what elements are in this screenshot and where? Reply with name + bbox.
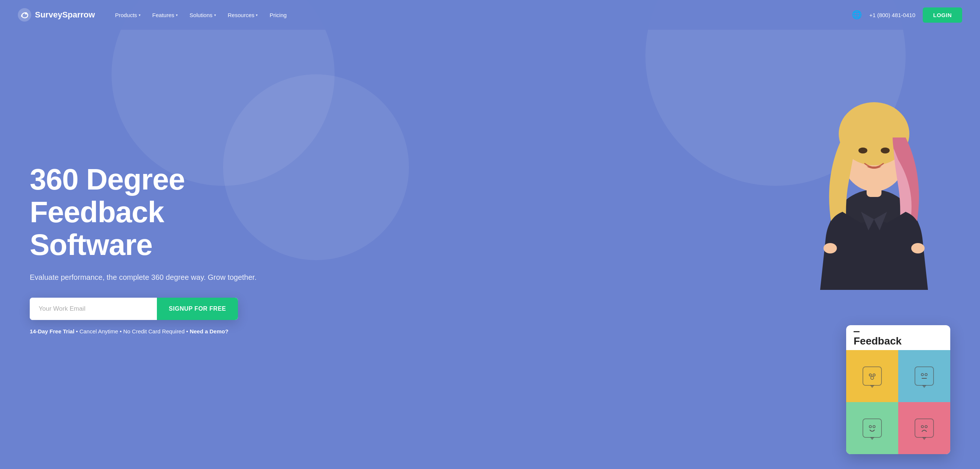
svg-point-14	[925, 374, 927, 376]
feedback-card-title: Feedback	[854, 335, 943, 347]
brand-name: SurveySparrow	[35, 10, 95, 20]
hero-subtitle: Evaluate performance, the complete 360 d…	[30, 272, 290, 283]
nav-links: Products ▾ Features ▾ Solutions ▾ Resour…	[110, 9, 852, 21]
svg-point-19	[925, 426, 927, 428]
feedback-card-header: Feedback	[846, 325, 950, 350]
feedback-cell-sad	[898, 402, 950, 454]
email-input[interactable]	[30, 298, 157, 320]
svg-point-1	[25, 12, 27, 14]
svg-point-12	[871, 377, 874, 380]
nav-products[interactable]: Products ▾	[110, 9, 145, 21]
feedback-dash	[854, 331, 859, 332]
feedback-cell-happy	[846, 402, 898, 454]
surprised-bubble	[862, 366, 882, 386]
svg-point-7	[881, 148, 890, 154]
person-image	[791, 30, 958, 290]
neutral-bubble	[915, 366, 934, 386]
chevron-down-icon: ▾	[176, 13, 178, 17]
demo-link[interactable]: Need a Demo?	[189, 328, 228, 334]
trial-text: 14-Day Free Trial	[30, 328, 74, 334]
nav-pricing[interactable]: Pricing	[264, 9, 292, 21]
nav-solutions[interactable]: Solutions ▾	[185, 9, 221, 21]
happy-bubble	[862, 418, 882, 438]
hero-disclaimer: 14-Day Free Trial • Cancel Anytime • No …	[30, 328, 290, 336]
chevron-down-icon: ▾	[256, 13, 258, 17]
hero-visual: Feedback	[490, 30, 980, 469]
svg-point-6	[858, 148, 867, 154]
signup-button[interactable]: SIGNUP FOR FREE	[157, 298, 238, 320]
hero-title: 360 Degree Feedback Software	[30, 163, 290, 261]
svg-point-9	[911, 243, 924, 253]
globe-icon[interactable]: 🌐	[852, 10, 862, 20]
login-button[interactable]: LOGIN	[923, 8, 962, 23]
signup-form: SIGNUP FOR FREE	[30, 298, 238, 320]
feedback-cell-neutral	[898, 350, 950, 402]
svg-point-17	[873, 426, 875, 428]
cancel-text: Cancel Anytime	[80, 328, 118, 334]
svg-point-16	[869, 426, 872, 428]
no-cc-text: No Credit Card Required	[123, 328, 185, 334]
feedback-cell-surprised	[846, 350, 898, 402]
navbar: SurveySparrow Products ▾ Features ▾ Solu…	[0, 0, 980, 30]
svg-point-10	[869, 374, 872, 376]
sad-bubble	[915, 418, 934, 438]
nav-right: 🌐 +1 (800) 481-0410 LOGIN	[852, 8, 962, 23]
feedback-card: Feedback	[846, 325, 950, 454]
phone-number: +1 (800) 481-0410	[869, 12, 915, 18]
nav-features[interactable]: Features ▾	[147, 9, 183, 21]
logo[interactable]: SurveySparrow	[18, 8, 95, 22]
feedback-grid	[846, 350, 950, 454]
svg-point-18	[921, 426, 923, 428]
svg-point-13	[921, 374, 923, 376]
chevron-down-icon: ▾	[214, 13, 216, 17]
hero-content: 360 Degree Feedback Software Evaluate pe…	[30, 163, 290, 336]
svg-point-8	[824, 243, 837, 253]
chevron-down-icon: ▾	[139, 13, 140, 17]
svg-point-11	[873, 374, 875, 376]
hero-section: 360 Degree Feedback Software Evaluate pe…	[0, 30, 980, 469]
nav-resources[interactable]: Resources ▾	[223, 9, 263, 21]
svg-point-0	[18, 8, 31, 22]
